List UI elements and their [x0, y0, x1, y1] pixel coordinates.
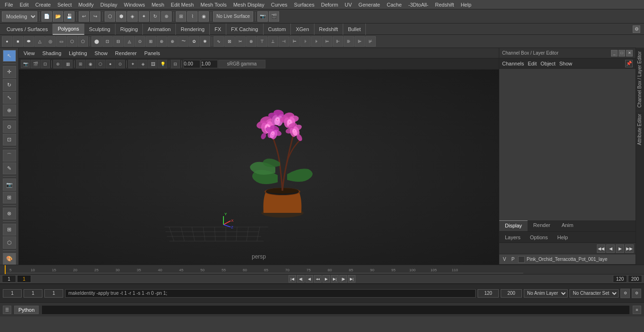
- char-set-btn[interactable]: ⚙: [620, 289, 630, 298]
- scale-btn[interactable]: ⊕: [161, 11, 172, 22]
- anim-layer-btn[interactable]: ⚙: [632, 289, 641, 298]
- field1-input[interactable]: [3, 289, 22, 298]
- multi-cut-btn[interactable]: ✂: [235, 36, 246, 47]
- frame-end-display-input[interactable]: [478, 289, 499, 298]
- new-scene-btn[interactable]: 📄: [41, 11, 52, 22]
- frame-end-input[interactable]: [613, 275, 627, 283]
- vp-cam-btn2[interactable]: ⊡: [41, 60, 50, 68]
- vp-select-mask-btn[interactable]: ⊕: [53, 60, 63, 68]
- mode-dropdown[interactable]: Modeling: [2, 11, 37, 22]
- menu-windows[interactable]: Windows: [121, 1, 148, 8]
- extrude-btn[interactable]: ⊥: [268, 36, 278, 47]
- tab-custom[interactable]: Custom: [264, 24, 291, 35]
- move-btn[interactable]: ✦: [139, 11, 149, 22]
- vp-color-profile-btn[interactable]: sRGB gamma: [218, 60, 265, 68]
- play-end-btn[interactable]: ▶|: [348, 275, 355, 283]
- bridge-btn[interactable]: ⊤: [257, 36, 267, 47]
- poly-torus-btn[interactable]: ⊙: [135, 36, 145, 47]
- vp-wireframe-btn[interactable]: ⬡: [96, 60, 105, 68]
- range-end-input[interactable]: [628, 275, 642, 283]
- merge-btn[interactable]: ⊢: [289, 36, 300, 47]
- universal-manip-btn[interactable]: ⊕: [3, 105, 16, 116]
- tab-bullet[interactable]: Bullet: [343, 24, 366, 35]
- tab-sculpting[interactable]: Sculpting: [84, 24, 116, 35]
- play-fwd-btn[interactable]: ▶: [322, 275, 330, 283]
- menu-mesh-tools[interactable]: Mesh Tools: [198, 1, 229, 8]
- platonic-btn[interactable]: ⬠: [78, 36, 88, 47]
- snap-grid-btn[interactable]: ⊞: [176, 11, 186, 22]
- vp-shading-menu[interactable]: Shading: [41, 49, 63, 57]
- show-manip-btn[interactable]: ⊡: [3, 134, 16, 146]
- tab-anim[interactable]: Anim: [556, 220, 579, 231]
- menu-cache[interactable]: Cache: [384, 1, 405, 8]
- vp-panels-menu[interactable]: Panels: [142, 49, 162, 57]
- rp-close-btn[interactable]: ✕: [626, 50, 633, 57]
- script-menu-btn[interactable]: ☰: [3, 306, 11, 314]
- bottom-command-line[interactable]: [41, 305, 630, 315]
- vp-texture-btn[interactable]: 🖼: [148, 60, 157, 68]
- object-menu[interactable]: Object: [540, 61, 555, 66]
- vp-xray-btn[interactable]: ✦: [128, 60, 138, 68]
- options-tab[interactable]: Options: [526, 234, 552, 241]
- poly-pipe-btn[interactable]: ⊕: [167, 36, 178, 47]
- show-menu[interactable]: Show: [559, 61, 572, 66]
- target-weld-btn[interactable]: ⊗: [246, 36, 256, 47]
- side-tab-attribute-editor[interactable]: Attribute Editor: [636, 111, 644, 148]
- tab-redshift[interactable]: Redshift: [314, 24, 343, 35]
- no-live-surface-btn[interactable]: No Live Surface: [213, 11, 253, 22]
- layer-next-btn[interactable]: ▶: [616, 244, 624, 253]
- rp-maximize-btn[interactable]: □: [619, 50, 625, 57]
- edge-loop-btn[interactable]: ⊠: [224, 36, 235, 47]
- side-tab-channel-box[interactable]: Channel Box / Layer Editor: [636, 48, 644, 111]
- open-scene-btn[interactable]: 📂: [53, 11, 63, 22]
- cube-btn[interactable]: ■: [13, 36, 23, 47]
- undo-btn[interactable]: ↩: [79, 11, 89, 22]
- vp-field1-input[interactable]: [183, 60, 200, 68]
- vp-smooth-btn[interactable]: ●: [106, 60, 115, 68]
- poly-cyl-btn[interactable]: ⊟: [113, 36, 124, 47]
- tab-curves-surfaces[interactable]: Curves / Surfaces: [2, 24, 53, 35]
- menu-uv[interactable]: UV: [342, 1, 355, 8]
- menu-redshift[interactable]: Redshift: [432, 1, 457, 8]
- rp-pin-btn[interactable]: 📌: [625, 60, 633, 67]
- snap-point-btn[interactable]: ◉: [198, 11, 209, 22]
- no-anim-layer-dropdown[interactable]: No Anim Layer: [524, 289, 568, 298]
- tab-rendering[interactable]: Rendering: [176, 24, 210, 35]
- paint-select-btn[interactable]: ✎: [3, 162, 16, 174]
- bevel-btn[interactable]: ⊣: [279, 36, 289, 47]
- script-editor-btn[interactable]: ≡: [633, 306, 641, 314]
- poly-plane-btn[interactable]: ⊞: [146, 36, 156, 47]
- vp-lighting-menu[interactable]: Lighting: [67, 49, 89, 57]
- disk-btn[interactable]: ⬡: [67, 36, 77, 47]
- crease-btn[interactable]: ⊗: [3, 208, 16, 219]
- sculpt-btn[interactable]: ⊪: [344, 36, 354, 47]
- timeline-ruler[interactable]: 5 10 15 20 25 30 35 40 45 50 55 60 65 70: [0, 265, 644, 275]
- menu-generate[interactable]: Generate: [355, 1, 383, 8]
- torus-btn[interactable]: ◎: [45, 36, 56, 47]
- layer-color-swatch[interactable]: [518, 256, 525, 263]
- cylinder-btn[interactable]: ⬬: [24, 36, 34, 47]
- tab-display[interactable]: Display: [499, 220, 528, 231]
- vp-show-menu[interactable]: Show: [93, 49, 110, 57]
- tab-render[interactable]: Render: [528, 220, 556, 231]
- tab-animation[interactable]: Animation: [143, 24, 176, 35]
- lasso-select-btn[interactable]: ⌒: [3, 150, 16, 162]
- menu-create[interactable]: Create: [33, 1, 54, 8]
- next-frame-btn[interactable]: ▶|: [331, 275, 339, 283]
- menu-curves[interactable]: Curves: [268, 1, 290, 8]
- sphere-btn[interactable]: ●: [2, 36, 12, 47]
- poly-sphere-btn[interactable]: ⬤: [91, 36, 102, 47]
- quad-draw-btn[interactable]: ⊩: [333, 36, 343, 47]
- layer-v-toggle[interactable]: V: [501, 257, 508, 262]
- vp-renderer-menu[interactable]: Renderer: [113, 49, 139, 57]
- snapshot-btn[interactable]: 📷: [3, 178, 16, 190]
- tab-fx-caching[interactable]: FX Caching: [226, 24, 263, 35]
- menu-surfaces[interactable]: Surfaces: [291, 1, 317, 8]
- menu-edit[interactable]: Edit: [17, 1, 32, 8]
- poly-helix-btn[interactable]: 〜: [178, 36, 189, 47]
- move-tool-btn[interactable]: ✛: [3, 66, 16, 78]
- tab-polygons[interactable]: Polygons: [53, 24, 84, 35]
- field2-input[interactable]: [24, 289, 42, 298]
- plane-btn[interactable]: ▭: [56, 36, 66, 47]
- next-key-btn[interactable]: |▶: [339, 275, 347, 283]
